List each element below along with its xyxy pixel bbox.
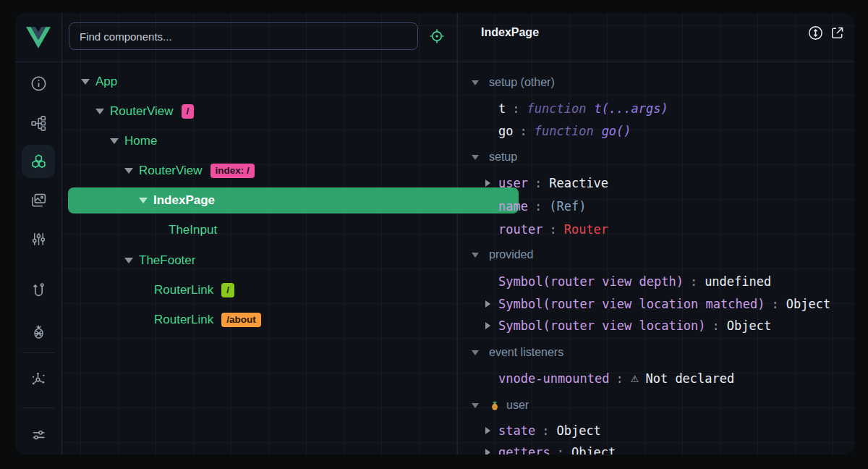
chevron-down-icon[interactable] <box>139 198 148 203</box>
component-tree-panel: App RouterView / Home RouterView index: … <box>61 13 458 455</box>
chevron-down-icon[interactable] <box>472 80 479 85</box>
route-badge: / <box>221 283 234 298</box>
prop-row-router[interactable]: router : Router <box>457 219 854 240</box>
prop-row-t[interactable]: t : function t(...args) <box>457 98 854 119</box>
prop-row-symbol-location[interactable]: Symbol(router view location) : Object <box>457 315 854 337</box>
tree-row-app[interactable]: App <box>68 69 461 95</box>
chevron-down-icon[interactable] <box>472 253 479 258</box>
section-user-store[interactable]: user <box>457 394 854 416</box>
chevron-right-icon[interactable] <box>485 322 490 329</box>
prop-row-vnode-unmounted[interactable]: vnode-unmounted : ⚠ Not declared <box>457 368 854 389</box>
function-keyword: function <box>527 101 587 116</box>
pinia-icon[interactable] <box>29 321 48 340</box>
prop-value: Not declared <box>645 371 734 386</box>
section-label: event listeners <box>489 346 563 359</box>
prop-key: Symbol(router view location) <box>498 318 706 333</box>
scroll-to-component-icon[interactable] <box>807 25 824 41</box>
tree-row-home[interactable]: Home <box>68 128 490 154</box>
prop-row-go[interactable]: go : function go() <box>457 120 854 142</box>
route-badge: / <box>182 104 195 119</box>
prop-value: (Ref) <box>549 199 586 214</box>
warning-icon: ⚠ <box>631 373 639 384</box>
prop-key: t <box>498 101 506 116</box>
search-input[interactable] <box>69 22 418 50</box>
prop-value: undefined <box>705 274 771 289</box>
chevron-down-icon[interactable] <box>472 403 479 408</box>
prop-key: router <box>498 222 542 237</box>
chevron-down-icon[interactable] <box>81 79 90 85</box>
function-signature: go() <box>602 124 631 138</box>
vue-logo <box>15 13 61 62</box>
prop-value: Object <box>727 318 771 333</box>
pinia-store-icon <box>489 400 501 411</box>
prop-row-state[interactable]: state : Object <box>457 420 854 441</box>
graph-icon[interactable] <box>29 369 48 388</box>
prop-key: name <box>498 199 528 214</box>
timeline-icon[interactable] <box>29 229 48 248</box>
section-label: setup <box>489 151 517 164</box>
component-label: App <box>95 75 117 89</box>
chevron-down-icon[interactable] <box>110 138 119 144</box>
tree-row-routerview-index[interactable]: RouterView index: / <box>68 158 504 184</box>
section-label: setup (other) <box>489 76 555 89</box>
open-in-editor-icon[interactable] <box>829 25 846 41</box>
prop-row-name[interactable]: name : (Ref) <box>457 195 854 217</box>
inspect-component-target-icon[interactable] <box>428 28 446 45</box>
component-label: RouterLink <box>154 313 213 327</box>
section-label: provided <box>489 248 533 261</box>
prop-value: Object <box>571 445 616 455</box>
prop-row-user[interactable]: user : Reactive <box>457 172 854 194</box>
rail-divider <box>22 407 54 408</box>
chevron-down-icon[interactable] <box>124 168 133 174</box>
prop-value: Object <box>556 423 600 438</box>
prop-key: vnode-unmounted <box>498 371 610 386</box>
component-label: RouterView <box>139 164 203 178</box>
component-label: Home <box>124 134 157 148</box>
tree-row-routerview[interactable]: RouterView / <box>68 98 475 124</box>
prop-value: Router <box>564 222 608 237</box>
chevron-down-icon[interactable] <box>124 258 133 263</box>
component-label: IndexPage <box>153 193 215 208</box>
tree-row-thefooter[interactable]: TheFooter <box>68 248 504 274</box>
section-setup-other[interactable]: setup (other) <box>457 72 854 93</box>
router-icon[interactable] <box>29 280 48 299</box>
components-icon[interactable] <box>29 152 48 171</box>
chevron-down-icon[interactable] <box>95 109 104 114</box>
prop-key: go <box>498 124 513 138</box>
prop-value: Object <box>786 297 830 311</box>
section-event-listeners[interactable]: event listeners <box>457 342 854 363</box>
devtools-window: App RouterView / Home RouterView index: … <box>15 13 854 455</box>
section-setup[interactable]: setup <box>457 146 854 168</box>
sidebar-rail <box>15 13 62 455</box>
info-icon[interactable] <box>29 74 48 93</box>
chevron-right-icon[interactable] <box>485 427 490 434</box>
hierarchy-icon[interactable] <box>29 114 48 132</box>
header-divider <box>15 62 854 62</box>
settings-icon[interactable] <box>29 425 48 444</box>
chevron-down-icon[interactable] <box>472 350 479 355</box>
function-signature: t(...args) <box>594 101 668 116</box>
prop-value: Reactive <box>549 176 608 190</box>
section-label: user <box>506 399 529 412</box>
prop-row-symbol-depth[interactable]: Symbol(router view depth) : undefined <box>457 271 854 292</box>
chevron-right-icon[interactable] <box>485 449 490 455</box>
prop-key: getters <box>498 445 550 455</box>
rail-divider <box>22 352 54 353</box>
prop-key: user <box>498 176 528 190</box>
component-label: TheFooter <box>139 253 195 268</box>
section-provided[interactable]: provided <box>457 244 854 266</box>
prop-key: state <box>498 423 535 438</box>
prop-key: Symbol(router view depth) <box>498 274 684 289</box>
chevron-right-icon[interactable] <box>485 300 490 308</box>
assets-icon[interactable] <box>29 191 48 210</box>
chevron-down-icon[interactable] <box>472 155 479 160</box>
component-label: TheInput <box>169 223 217 237</box>
tree-row-indexpage-selected[interactable]: IndexPage <box>68 187 519 214</box>
function-keyword: function <box>535 124 594 138</box>
prop-row-symbol-matched[interactable]: Symbol(router view location matched) : O… <box>457 293 854 315</box>
inspector-title: IndexPage <box>481 26 539 39</box>
inspector-panel: IndexPage setup (other) t : function t(.… <box>457 13 854 455</box>
component-label: RouterLink <box>154 283 213 297</box>
chevron-right-icon[interactable] <box>485 179 490 187</box>
prop-row-getters[interactable]: getters : Object <box>457 441 854 455</box>
